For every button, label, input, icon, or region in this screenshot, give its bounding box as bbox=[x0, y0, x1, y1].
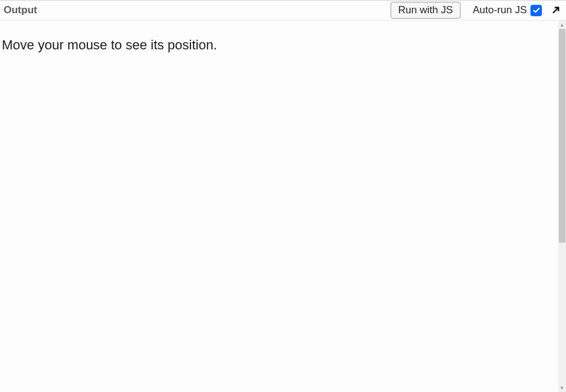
output-body-text: Move your mouse to see its position. bbox=[0, 20, 566, 53]
output-viewport: Move your mouse to see its position. ▴ ▾ bbox=[0, 20, 566, 392]
panel-title: Output bbox=[4, 4, 37, 16]
scrollbar-up-arrow-icon[interactable]: ▴ bbox=[558, 20, 566, 29]
output-header: Output Run with JS Auto-run JS bbox=[0, 0, 566, 20]
expand-icon[interactable] bbox=[550, 5, 561, 16]
autorun-label: Auto-run JS bbox=[473, 4, 527, 16]
autorun-toggle-group: Auto-run JS bbox=[473, 4, 542, 16]
scrollbar-thumb[interactable] bbox=[559, 29, 565, 243]
check-icon bbox=[532, 6, 541, 14]
scrollbar-down-arrow-icon[interactable]: ▾ bbox=[558, 384, 566, 392]
run-with-js-button[interactable]: Run with JS bbox=[391, 2, 461, 19]
vertical-scrollbar[interactable]: ▴ ▾ bbox=[558, 20, 566, 392]
autorun-checkbox[interactable] bbox=[530, 5, 542, 16]
